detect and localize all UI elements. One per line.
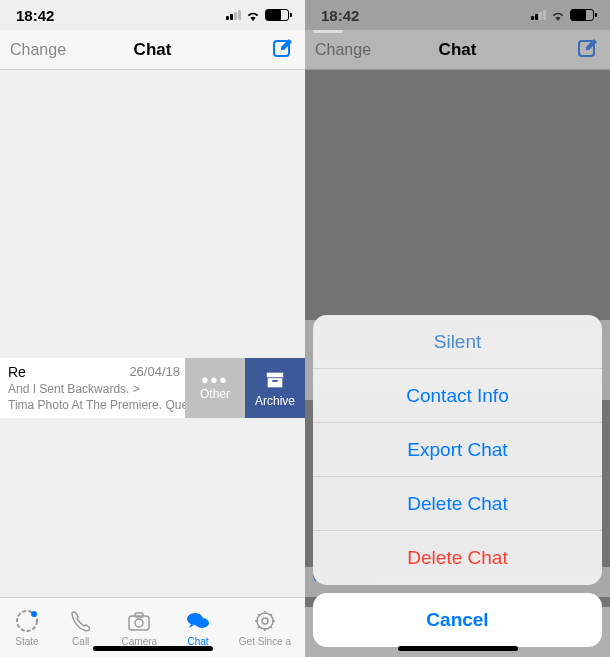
action-export-chat[interactable]: Export Chat <box>313 423 602 477</box>
chat-date: 26/04/18 <box>129 364 180 379</box>
svg-point-12 <box>262 618 268 624</box>
wifi-icon <box>550 7 566 24</box>
battery-icon <box>265 9 289 21</box>
battery-icon <box>570 9 594 21</box>
nav-bar: Change Chat <box>0 30 305 70</box>
screen-right: 18:42 Change Chat tr We Rosario. Quando … <box>305 0 610 657</box>
nav-edit-button[interactable]: Change <box>10 41 66 59</box>
status-circle-icon <box>14 608 40 634</box>
status-bar: 18:42 <box>0 0 305 30</box>
nav-bar: Change Chat <box>305 30 610 70</box>
status-indicators <box>531 7 594 24</box>
status-time: 18:42 <box>16 7 54 24</box>
action-delete-chat-destructive[interactable]: Delete Chat <box>313 531 602 585</box>
wifi-icon <box>245 7 261 24</box>
tab-state[interactable]: State <box>14 608 40 647</box>
archive-icon <box>264 369 286 394</box>
action-sheet-group: Silent Contact Info Export Chat Delete C… <box>313 315 602 585</box>
tab-label: Get Since a <box>239 636 291 647</box>
signal-icon <box>226 10 241 20</box>
notch-hint <box>313 30 343 33</box>
camera-icon <box>126 608 152 634</box>
tab-camera[interactable]: Camera <box>122 608 158 647</box>
phone-icon <box>68 608 94 634</box>
action-cancel-button[interactable]: Cancel <box>313 593 602 647</box>
tab-call[interactable]: Call <box>68 608 94 647</box>
action-contact-info[interactable]: Contact Info <box>313 369 602 423</box>
svg-point-5 <box>31 611 37 617</box>
compose-button[interactable] <box>271 36 295 64</box>
swipe-more-button[interactable]: ••• Other <box>185 358 245 418</box>
svg-rect-6 <box>129 616 149 630</box>
action-sheet: Silent Contact Info Export Chat Delete C… <box>313 315 602 647</box>
svg-point-10 <box>195 618 209 628</box>
tab-label: State <box>15 636 38 647</box>
nav-title: Chat <box>439 40 477 60</box>
swipe-more-label: Other <box>200 387 230 401</box>
tab-chat[interactable]: Chat <box>185 608 211 647</box>
chat-bubbles-icon <box>185 608 211 634</box>
status-bar: 18:42 <box>305 0 610 30</box>
home-indicator[interactable] <box>398 646 518 651</box>
ellipsis-icon: ••• <box>201 375 228 385</box>
swipe-archive-label: Archive <box>255 394 295 408</box>
svg-rect-3 <box>272 380 278 382</box>
signal-icon <box>531 10 546 20</box>
tab-label: Call <box>72 636 89 647</box>
tab-settings[interactable]: Get Since a <box>239 608 291 647</box>
action-silent[interactable]: Silent <box>313 315 602 369</box>
chat-list-dimmed: tr We Rosario. Quando borti la bs4 w ♦ 0… <box>305 70 610 657</box>
screen-left: 18:42 Change Chat Re 26/04/18 And I Sent… <box>0 0 305 657</box>
chat-row[interactable]: Re 26/04/18 And I Sent Backwards. > Tima… <box>0 358 305 418</box>
swipe-archive-button[interactable]: Archive <box>245 358 305 418</box>
home-indicator[interactable] <box>93 646 213 651</box>
status-indicators <box>226 7 289 24</box>
compose-button <box>576 36 600 64</box>
svg-rect-8 <box>135 613 143 617</box>
svg-rect-1 <box>267 372 284 377</box>
chat-preview-line1: And I Sent Backwards. > <box>8 382 177 396</box>
nav-title: Chat <box>134 40 172 60</box>
gear-icon <box>252 608 278 634</box>
action-delete-chat[interactable]: Delete Chat <box>313 477 602 531</box>
chat-row-content[interactable]: Re 26/04/18 And I Sent Backwards. > Tima… <box>0 358 185 418</box>
nav-edit-button: Change <box>315 41 371 59</box>
status-time: 18:42 <box>321 7 359 24</box>
chat-preview-line2: Tima Photo At The Premiere. Ques... <box>8 398 177 412</box>
svg-rect-2 <box>268 378 283 387</box>
chat-list[interactable]: Re 26/04/18 And I Sent Backwards. > Tima… <box>0 70 305 597</box>
svg-point-7 <box>135 619 143 627</box>
